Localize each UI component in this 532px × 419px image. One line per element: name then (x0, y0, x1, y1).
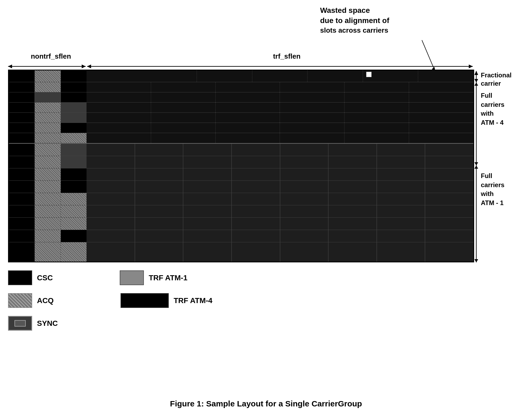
grid-row-16 (9, 242, 473, 262)
svg-marker-15 (474, 165, 478, 169)
wasted-line1: Wasted space (320, 5, 389, 16)
legend-swatch-sync (8, 316, 32, 331)
wasted-line2: due to alignment of (320, 16, 389, 26)
legend-row-3: SYNC (8, 316, 524, 331)
grid-row-fractional (9, 70, 473, 82)
grid-row-3 (9, 92, 473, 103)
svg-marker-12 (474, 82, 478, 86)
svg-marker-1 (8, 65, 12, 68)
legend-swatch-trf1 (120, 270, 144, 285)
grid-row-15 (9, 230, 473, 242)
grid-row-7 (9, 133, 473, 143)
legend-swatch-acq (8, 293, 32, 308)
wasted-line3: slots across carriers (320, 26, 389, 35)
grid-row-5 (9, 113, 473, 123)
grid-row-6 (9, 123, 473, 133)
legend: CSC TRF ATM-1 ACQ TRF ATM-4 SYNC (8, 270, 524, 339)
grid-row-10 (9, 168, 473, 181)
trf-dimension: trf_sflen (95, 52, 478, 62)
legend-trf4-group: TRF ATM-4 (121, 293, 212, 308)
legend-label-csc: CSC (32, 274, 53, 282)
legend-row-1: CSC TRF ATM-1 (8, 270, 524, 285)
grid-row-2 (9, 82, 473, 92)
atm4-label: Full carriers with ATM - 4 (481, 91, 504, 127)
grid-row-11 (9, 181, 473, 193)
legend-label-sync: SYNC (32, 319, 58, 328)
legend-swatch-trf4 (121, 293, 169, 308)
page-container: Wasted space due to alignment of slots a… (0, 0, 532, 419)
grid-row-8 (9, 144, 473, 156)
legend-label-trf4: TRF ATM-4 (169, 296, 212, 305)
atm1-label: Full carriers with ATM - 1 (481, 171, 504, 207)
legend-label-trf1: TRF ATM-1 (144, 274, 188, 282)
svg-marker-10 (474, 79, 478, 82)
svg-marker-2 (82, 65, 86, 68)
fractional-label: Fractional carrier (481, 71, 512, 88)
nontrf-label: nontrf_sflen (8, 52, 94, 61)
legend-row-2: ACQ TRF ATM-4 (8, 293, 524, 308)
wasted-annotation: Wasted space due to alignment of slots a… (320, 5, 389, 35)
svg-marker-9 (474, 71, 478, 75)
legend-trf1-group: TRF ATM-1 (120, 270, 188, 285)
grid-row-9 (9, 156, 473, 168)
legend-label-acq: ACQ (32, 296, 54, 305)
grid-row-12 (9, 193, 473, 205)
svg-marker-5 (469, 65, 473, 68)
svg-marker-4 (87, 65, 91, 68)
main-grid (8, 70, 474, 262)
grid-row-13 (9, 205, 473, 218)
nontrf-dimension: nontrf_sflen (8, 52, 94, 62)
figure-caption: Figure 1: Sample Layout for a Single Car… (0, 399, 532, 408)
trf-label: trf_sflen (95, 52, 478, 61)
legend-swatch-csc (8, 270, 32, 285)
grid-row-14 (9, 218, 473, 230)
grid-row-4 (9, 103, 473, 113)
svg-marker-13 (474, 162, 478, 165)
svg-marker-16 (474, 259, 478, 262)
